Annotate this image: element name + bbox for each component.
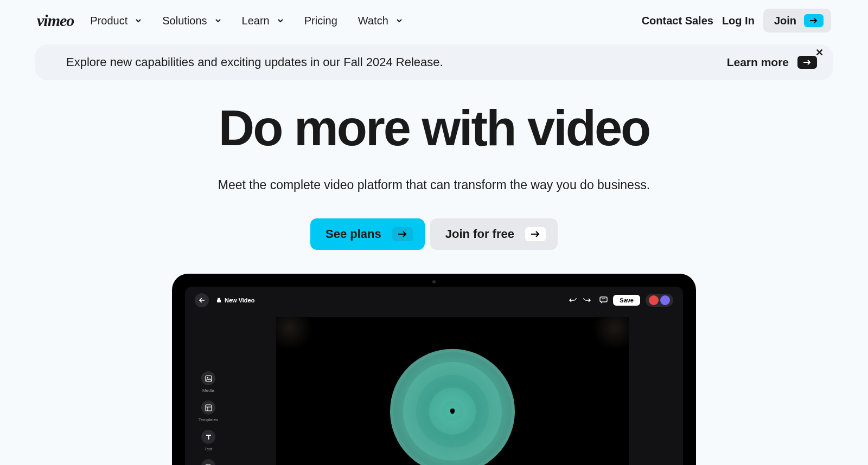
tool-label: Text xyxy=(205,447,213,451)
back-button[interactable] xyxy=(195,293,209,307)
chevron-down-icon xyxy=(277,17,284,24)
editor-header-right: Save xyxy=(569,294,673,307)
nav-left: Product Solutions Learn Pricing Watch xyxy=(90,15,402,27)
nav-item-solutions[interactable]: Solutions xyxy=(162,15,221,27)
chevron-down-icon xyxy=(215,17,221,24)
nav-label: Solutions xyxy=(162,15,207,27)
video-title-label: New Video xyxy=(225,297,254,303)
chevron-down-icon xyxy=(396,17,403,24)
banner-cta-label: Learn more xyxy=(727,56,789,69)
text-icon xyxy=(201,430,215,444)
arrow-right-icon xyxy=(797,56,817,69)
avatar xyxy=(660,295,670,305)
see-plans-button[interactable]: See plans xyxy=(310,218,425,250)
save-button[interactable]: Save xyxy=(613,295,640,306)
graphics-icon xyxy=(201,459,215,465)
contact-sales-link[interactable]: Contact Sales xyxy=(642,15,713,27)
join-button[interactable]: Join xyxy=(763,9,831,33)
arrow-right-icon xyxy=(804,14,824,27)
nav-label: Product xyxy=(90,15,127,27)
laptop-frame: New Video Save xyxy=(172,274,696,465)
learn-more-button[interactable]: Learn more xyxy=(727,56,817,69)
join-free-label: Join for free xyxy=(445,227,514,241)
nav-item-product[interactable]: Product xyxy=(90,15,142,27)
svg-rect-3 xyxy=(206,405,212,411)
svg-rect-1 xyxy=(206,376,212,382)
nav-label: Pricing xyxy=(304,15,337,27)
nav-label: Learn xyxy=(242,15,270,27)
login-link[interactable]: Log In xyxy=(722,15,755,27)
tool-label: Templates xyxy=(199,417,218,422)
avatar xyxy=(649,295,659,305)
tool-label: Media xyxy=(202,388,214,393)
camera-dot xyxy=(432,280,436,283)
video-title: New Video xyxy=(216,297,254,303)
editor-header: New Video Save xyxy=(193,293,675,313)
svg-point-2 xyxy=(207,377,208,378)
tool-graphics[interactable]: Graphics xyxy=(200,459,217,465)
redo-button[interactable] xyxy=(583,296,591,304)
texture xyxy=(276,317,314,350)
top-nav: vimeo Product Solutions Learn Pricing Wa… xyxy=(0,0,868,41)
banner-text: Explore new capabilities and exciting up… xyxy=(66,55,443,69)
announcement-banner: Explore new capabilities and exciting up… xyxy=(35,44,833,80)
nav-label: Watch xyxy=(358,15,388,27)
svg-rect-0 xyxy=(600,297,607,302)
collaborator-avatars xyxy=(646,294,673,307)
editor-screen: New Video Save xyxy=(185,287,683,465)
arrow-right-icon xyxy=(525,227,546,241)
hero-title: Do more with video xyxy=(0,103,868,153)
lock-icon xyxy=(216,298,221,303)
hero: Do more with video Meet the complete vid… xyxy=(0,80,868,250)
templates-icon xyxy=(201,401,215,415)
editor-body: Media Templates Text xyxy=(193,313,675,465)
device-preview: New Video Save xyxy=(0,274,868,465)
tool-templates[interactable]: Templates xyxy=(199,401,218,422)
chevron-down-icon xyxy=(135,17,142,24)
comment-button[interactable] xyxy=(599,296,608,304)
tool-media[interactable]: Media xyxy=(201,371,215,393)
tool-text[interactable]: Text xyxy=(201,430,215,451)
nav-right: Contact Sales Log In Join xyxy=(642,9,831,33)
video-preview xyxy=(229,313,675,465)
join-label: Join xyxy=(774,15,796,27)
nav-item-pricing[interactable]: Pricing xyxy=(304,15,337,27)
media-icon xyxy=(201,371,215,385)
undo-button[interactable] xyxy=(569,296,577,304)
editor-tools-sidebar: Media Templates Text xyxy=(193,313,224,465)
record-disc-graphic xyxy=(390,349,515,465)
join-free-button[interactable]: Join for free xyxy=(430,218,558,250)
arrow-right-icon xyxy=(392,227,413,241)
video-frame[interactable] xyxy=(276,317,629,465)
close-icon[interactable]: ✕ xyxy=(815,47,824,59)
texture xyxy=(591,317,629,350)
nav-item-learn[interactable]: Learn xyxy=(242,15,284,27)
hero-subtitle: Meet the complete video platform that ca… xyxy=(0,178,868,192)
hero-buttons: See plans Join for free xyxy=(0,218,868,250)
nav-item-watch[interactable]: Watch xyxy=(358,15,403,27)
see-plans-label: See plans xyxy=(326,227,381,241)
vimeo-logo[interactable]: vimeo xyxy=(37,11,74,30)
